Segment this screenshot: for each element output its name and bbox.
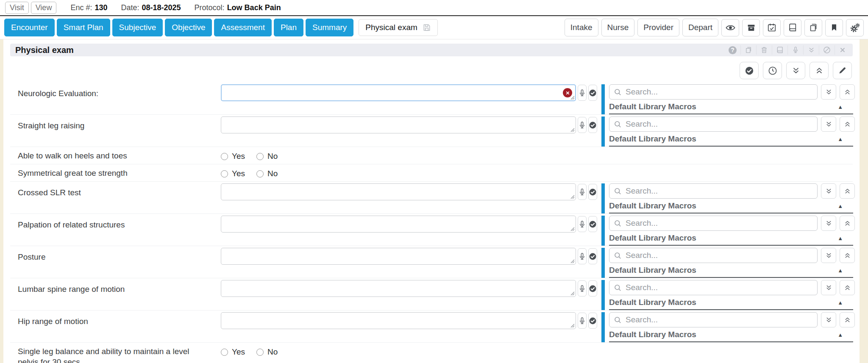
dictate-mic-button[interactable] bbox=[578, 117, 587, 133]
tab-assessment[interactable]: Assessment bbox=[214, 19, 271, 36]
posture-textarea[interactable] bbox=[221, 248, 576, 265]
section-dictate-button[interactable] bbox=[787, 45, 803, 55]
preview-eye-button[interactable] bbox=[721, 19, 739, 36]
macros-header[interactable]: Default Library Macros ▲ bbox=[609, 298, 853, 310]
complete-all-button[interactable] bbox=[740, 62, 759, 79]
resize-handle-icon[interactable] bbox=[570, 96, 575, 100]
tab-objective[interactable]: Objective bbox=[165, 19, 212, 36]
macro-search-input[interactable] bbox=[626, 251, 813, 260]
section-collapse-button[interactable] bbox=[803, 45, 819, 55]
expand-macros-button[interactable] bbox=[821, 116, 836, 132]
collapse-macros-button[interactable] bbox=[840, 248, 855, 263]
radio-yes[interactable] bbox=[221, 153, 228, 160]
bookmark-button[interactable] bbox=[825, 19, 843, 36]
tab-plan[interactable]: Plan bbox=[274, 19, 303, 36]
macro-search-input[interactable] bbox=[626, 219, 813, 228]
expand-macros-button[interactable] bbox=[821, 216, 836, 231]
visit-button[interactable]: Visit bbox=[5, 2, 29, 14]
dictate-mic-button[interactable] bbox=[578, 280, 587, 296]
section-disable-button[interactable] bbox=[819, 45, 835, 55]
archive-button[interactable] bbox=[742, 19, 760, 36]
dictate-mic-button[interactable] bbox=[578, 184, 587, 200]
palpation-textarea[interactable] bbox=[221, 216, 576, 233]
macros-header[interactable]: Default Library Macros ▲ bbox=[609, 233, 853, 246]
tab-physical-exam-active[interactable]: Physical exam bbox=[359, 19, 438, 36]
settings-button[interactable] bbox=[846, 19, 864, 36]
calendar-button[interactable] bbox=[763, 19, 781, 36]
collapse-all-sections-button[interactable] bbox=[810, 62, 829, 79]
macro-search-input[interactable] bbox=[626, 315, 813, 324]
tab-subjective[interactable]: Subjective bbox=[112, 19, 163, 36]
expand-macros-button[interactable] bbox=[821, 312, 836, 327]
depart-button[interactable]: Depart bbox=[682, 19, 718, 36]
macro-search-input[interactable] bbox=[626, 119, 813, 129]
mark-complete-button[interactable] bbox=[588, 280, 597, 296]
collapse-caret-icon[interactable]: ▲ bbox=[837, 203, 843, 209]
dictate-mic-button[interactable] bbox=[578, 216, 587, 232]
provider-button[interactable]: Provider bbox=[637, 19, 679, 36]
hip-rom-textarea[interactable] bbox=[221, 312, 576, 329]
nurse-button[interactable]: Nurse bbox=[601, 19, 635, 36]
macros-header[interactable]: Default Library Macros ▲ bbox=[609, 330, 853, 342]
tab-summary[interactable]: Summary bbox=[306, 19, 353, 36]
intake-button[interactable]: Intake bbox=[565, 19, 598, 36]
macro-search-input[interactable] bbox=[626, 186, 813, 196]
lumbar-rom-textarea[interactable] bbox=[221, 280, 576, 297]
macros-header[interactable]: Default Library Macros ▲ bbox=[609, 266, 853, 278]
radio-no[interactable] bbox=[256, 170, 264, 177]
macro-search-input[interactable] bbox=[626, 283, 813, 292]
mark-complete-button[interactable] bbox=[588, 117, 597, 133]
radio-no[interactable] bbox=[256, 349, 264, 356]
collapse-caret-icon[interactable]: ▲ bbox=[837, 299, 843, 306]
macro-search-input[interactable] bbox=[626, 87, 813, 97]
resize-handle-icon[interactable] bbox=[570, 227, 575, 231]
copy-button[interactable] bbox=[804, 19, 822, 36]
macros-header[interactable]: Default Library Macros ▲ bbox=[609, 134, 853, 147]
mark-complete-button[interactable] bbox=[588, 313, 597, 329]
collapse-macros-button[interactable] bbox=[840, 84, 855, 100]
collapse-macros-button[interactable] bbox=[840, 280, 855, 295]
radio-yes[interactable] bbox=[221, 349, 228, 356]
dictate-mic-button[interactable] bbox=[578, 313, 587, 329]
collapse-macros-button[interactable] bbox=[840, 183, 855, 199]
neurologic-evaluation-textarea[interactable] bbox=[221, 84, 576, 101]
resize-handle-icon[interactable] bbox=[570, 324, 575, 328]
collapse-caret-icon[interactable]: ▲ bbox=[837, 104, 843, 110]
collapse-caret-icon[interactable]: ▲ bbox=[837, 267, 843, 274]
straight-leg-raising-textarea[interactable] bbox=[221, 116, 576, 133]
tab-encounter[interactable]: Encounter bbox=[4, 19, 55, 36]
mark-complete-button[interactable] bbox=[588, 216, 597, 232]
resize-handle-icon[interactable] bbox=[570, 128, 575, 132]
view-button[interactable]: View bbox=[31, 2, 57, 14]
collapse-caret-icon[interactable]: ▲ bbox=[837, 136, 843, 142]
mark-complete-button[interactable] bbox=[588, 248, 597, 264]
library-button[interactable] bbox=[784, 19, 801, 36]
collapse-macros-button[interactable] bbox=[840, 116, 855, 132]
collapse-caret-icon[interactable]: ▲ bbox=[837, 235, 843, 241]
tab-smart-plan[interactable]: Smart Plan bbox=[57, 19, 110, 36]
collapse-macros-button[interactable] bbox=[840, 216, 855, 231]
help-button[interactable]: ? bbox=[725, 45, 740, 55]
resize-handle-icon[interactable] bbox=[570, 195, 575, 199]
history-button[interactable] bbox=[763, 62, 782, 79]
resize-handle-icon[interactable] bbox=[570, 259, 575, 263]
dictate-mic-button[interactable] bbox=[578, 248, 587, 264]
radio-yes[interactable] bbox=[221, 170, 228, 177]
macros-header[interactable]: Default Library Macros ▲ bbox=[609, 201, 853, 213]
macros-header[interactable]: Default Library Macros ▲ bbox=[609, 102, 853, 114]
expand-all-sections-button[interactable] bbox=[786, 62, 805, 79]
dictate-mic-button[interactable] bbox=[578, 85, 587, 101]
expand-macros-button[interactable] bbox=[821, 280, 836, 295]
section-close-button[interactable] bbox=[835, 45, 850, 55]
mark-complete-button[interactable] bbox=[588, 85, 597, 101]
section-library-button[interactable] bbox=[772, 45, 787, 55]
collapse-macros-button[interactable] bbox=[840, 312, 855, 327]
edit-button[interactable] bbox=[833, 62, 852, 79]
expand-macros-button[interactable] bbox=[821, 248, 836, 263]
copy-section-button[interactable] bbox=[740, 45, 756, 55]
expand-macros-button[interactable] bbox=[821, 183, 836, 199]
crossed-slr-textarea[interactable] bbox=[221, 183, 576, 200]
expand-macros-button[interactable] bbox=[821, 84, 836, 100]
resize-handle-icon[interactable] bbox=[570, 291, 575, 296]
radio-no[interactable] bbox=[256, 153, 264, 160]
